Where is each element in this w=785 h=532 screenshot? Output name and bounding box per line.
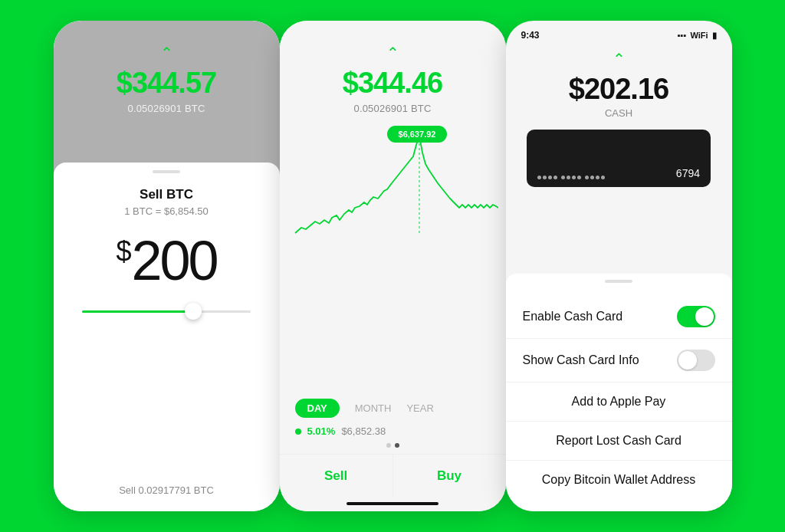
stat-price: $6,852.38	[341, 425, 386, 437]
phone-1: ⌃ $344.57 0.05026901 BTC Sell BTC 1 BTC …	[54, 21, 280, 511]
show-cash-card-info-row[interactable]: Show Cash Card Info	[506, 339, 732, 383]
sell-btc-label: Sell 0.02917791 BTC	[119, 484, 214, 511]
show-info-toggle[interactable]	[677, 350, 715, 371]
add-apple-pay-row[interactable]: Add to Apple Pay	[506, 383, 732, 422]
card-last4: 6794	[676, 167, 700, 179]
cash-card: 6794	[527, 130, 711, 187]
sell-sheet: Sell BTC 1 BTC = $6,854.50 $200 Sell 0.0…	[54, 163, 280, 511]
card-dot	[543, 176, 547, 179]
phone1-top: ⌃ $344.57 0.05026901 BTC	[54, 21, 280, 182]
sell-title: Sell BTC	[140, 187, 193, 202]
chevron-up-icon-3[interactable]: ⌃	[613, 50, 626, 68]
btc-amount: 0.05026901 BTC	[127, 103, 205, 114]
card-dot	[577, 176, 581, 179]
chevron-up-icon[interactable]: ⌃	[160, 44, 173, 62]
btc-balance-2: $344.46	[343, 67, 442, 100]
dot-1	[386, 443, 391, 448]
page-dots	[386, 443, 399, 448]
toggle-thumb-2	[678, 351, 697, 369]
phone-2: ⌃ $344.46 0.05026901 BTC $6,637.92 DAY M…	[280, 21, 506, 511]
chart-stat: 5.01% $6,852.38	[280, 425, 506, 437]
signal-icon: ▪▪▪	[678, 31, 687, 40]
dollar-sign: $	[116, 235, 131, 267]
btc-amount-2: 0.05026901 BTC	[353, 103, 431, 114]
card-dot	[601, 176, 605, 179]
buy-button[interactable]: Buy	[393, 455, 506, 498]
battery-icon: ▮	[712, 31, 717, 41]
sheet-handle[interactable]	[153, 170, 180, 173]
card-dot-group-3	[585, 176, 605, 179]
cash-top: ⌃ $202.16 CASH	[506, 44, 732, 187]
sell-rate: 1 BTC = $6,854.50	[124, 205, 209, 217]
card-dot	[590, 176, 594, 179]
enable-toggle[interactable]	[677, 306, 715, 327]
add-apple-pay-label: Add to Apple Pay	[572, 395, 666, 408]
amount-slider[interactable]	[82, 310, 251, 313]
svg-text:$6,637.92: $6,637.92	[398, 130, 435, 139]
stat-pct: 5.01%	[307, 425, 336, 437]
phone2-top: ⌃ $344.46 0.05026901 BTC $6,637.92 DAY M…	[280, 21, 506, 511]
status-icons: ▪▪▪ WiFi ▮	[678, 31, 717, 41]
card-dot	[567, 176, 570, 179]
wifi-icon: WiFi	[690, 31, 708, 40]
copy-bitcoin-label: Copy Bitcoin Wallet Address	[542, 473, 695, 486]
card-dot	[596, 176, 599, 179]
slider-track	[82, 310, 251, 313]
btc-chart: $6,637.92	[287, 122, 498, 245]
card-dot	[585, 176, 589, 179]
report-lost-label: Report Lost Cash Card	[556, 434, 682, 447]
enable-cash-card-label: Enable Cash Card	[523, 310, 623, 323]
toggle-thumb	[695, 307, 714, 326]
status-bar: 9:43 ▪▪▪ WiFi ▮	[506, 21, 732, 44]
card-dot	[537, 176, 541, 179]
chevron-up-icon-2[interactable]: ⌃	[386, 44, 399, 62]
stat-dot	[295, 429, 301, 435]
tab-month[interactable]: MONTH	[355, 402, 392, 414]
card-dot	[572, 176, 576, 179]
chart-area: $6,637.92	[280, 122, 506, 389]
home-indicator	[347, 502, 438, 505]
show-cash-card-label: Show Cash Card Info	[523, 353, 639, 367]
chart-tabs: DAY MONTH YEAR	[280, 399, 506, 418]
card-dot-group-1	[537, 176, 557, 179]
tab-year[interactable]: YEAR	[406, 402, 433, 414]
card-dot	[561, 176, 565, 179]
cash-label: CASH	[605, 107, 632, 119]
slider-thumb[interactable]	[185, 303, 202, 320]
status-time: 9:43	[521, 30, 540, 41]
card-dots	[537, 176, 605, 179]
phone-3: 9:43 ▪▪▪ WiFi ▮ ⌃ $202.16 CASH	[506, 21, 732, 511]
sell-button[interactable]: Sell	[280, 455, 393, 498]
enable-cash-card-row[interactable]: Enable Cash Card	[506, 295, 732, 339]
sell-amount: $200	[116, 229, 216, 292]
copy-bitcoin-row[interactable]: Copy Bitcoin Wallet Address	[506, 461, 732, 499]
card-dot	[548, 176, 552, 179]
report-lost-row[interactable]: Report Lost Cash Card	[506, 422, 732, 461]
dot-2	[395, 443, 399, 448]
action-sheet: Enable Cash Card Show Cash Card Info Add…	[506, 274, 732, 511]
cash-balance: $202.16	[569, 73, 668, 106]
card-dot	[553, 176, 557, 179]
sell-buy-row: Sell Buy	[280, 454, 506, 498]
btc-balance: $344.57	[117, 67, 216, 100]
tab-day[interactable]: DAY	[295, 399, 340, 418]
action-handle[interactable]	[605, 280, 632, 283]
card-dot-group-2	[561, 176, 581, 179]
slider-fill	[82, 310, 192, 313]
